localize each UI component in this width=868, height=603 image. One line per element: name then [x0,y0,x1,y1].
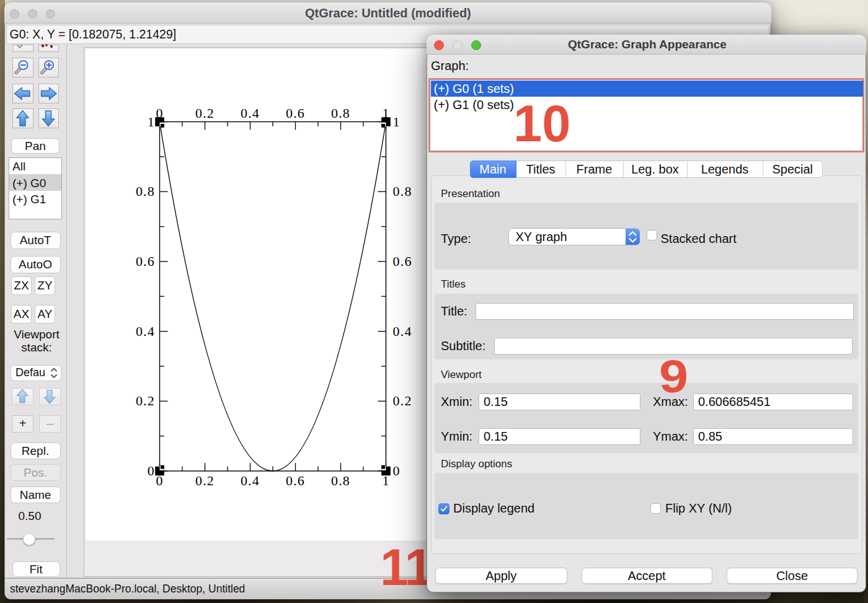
svg-text:0.2: 0.2 [195,473,215,488]
svg-text:1: 1 [148,114,155,130]
svg-text:0.4: 0.4 [241,473,260,488]
svg-text:0.6: 0.6 [393,253,412,269]
svg-text:0.4: 0.4 [241,105,260,121]
svg-text:0.2: 0.2 [195,105,215,121]
svg-text:0.8: 0.8 [331,105,350,121]
svg-text:0.4: 0.4 [393,324,412,339]
svg-text:0.6: 0.6 [286,105,305,121]
svg-text:0.8: 0.8 [331,473,350,488]
svg-text:0.6: 0.6 [286,473,305,488]
svg-text:0.2: 0.2 [136,393,155,408]
svg-text:0.2: 0.2 [393,393,412,408]
svg-text:0: 0 [148,463,155,478]
svg-text:0: 0 [393,463,401,478]
svg-text:0.4: 0.4 [136,324,155,339]
svg-text:0.8: 0.8 [136,183,155,199]
svg-text:0.8: 0.8 [393,183,412,199]
svg-text:1: 1 [393,114,401,130]
svg-text:0.6: 0.6 [136,253,155,269]
